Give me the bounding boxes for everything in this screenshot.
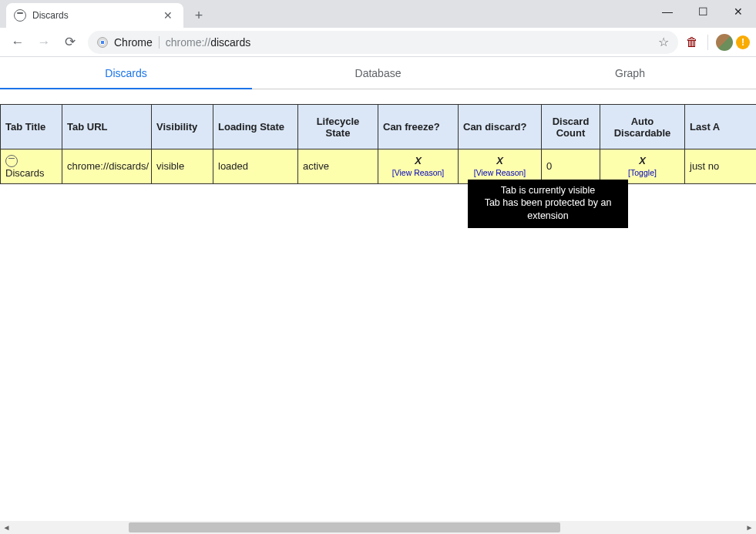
cell-last-active: just no [685,149,757,184]
cell-tab-url: chrome://discards/ [62,149,152,184]
maximize-button[interactable]: ☐ [685,0,721,23]
bookmark-star-icon[interactable]: ☆ [658,35,669,49]
chrome-icon [97,37,108,48]
omnibox-origin-label: Chrome [114,36,153,49]
cell-lifecycle-state: active [298,149,378,184]
minimize-button[interactable]: — [650,0,685,23]
col-last-active[interactable]: Last A [685,105,757,149]
discards-table: te ement ore Tab Title Tab URL Visibilit… [0,104,756,184]
reason-tooltip: Tab is currently visible Tab has been pr… [468,180,628,228]
cell-can-discard: X [View Reason] [459,149,542,184]
cell-tab-title: Discards [1,149,62,184]
browser-tab[interactable]: Discards ✕ [6,3,183,28]
globe-icon [5,155,18,167]
col-visibility[interactable]: Visibility [152,105,213,149]
col-tab-url[interactable]: Tab URL [62,105,152,149]
toolbar: ← → ⟳ Chrome chrome://discards ☆ 🗑 ! [0,28,756,57]
toolbar-separator [707,35,708,50]
col-lifecycle-state[interactable]: Lifecycle State [298,105,378,149]
reload-button[interactable]: ⟳ [59,31,82,54]
browser-tab-title: Discards [32,10,154,21]
scroll-right-arrow-icon[interactable]: ► [743,521,756,534]
col-can-freeze[interactable]: Can freeze? [378,105,459,149]
view-reason-link[interactable]: [View Reason] [474,168,526,177]
cell-visibility: visible [152,149,213,184]
col-discard-count[interactable]: Discard Count [542,105,600,149]
col-tab-title[interactable]: Tab Title [1,105,62,149]
can-freeze-value: X [383,155,453,166]
cell-discard-count: 0 [542,149,600,184]
discard-tab-now-link[interactable]: ab now] [0,89,756,104]
globe-icon [14,9,26,22]
window-controls: — ☐ ✕ [650,0,756,23]
omnibox[interactable]: Chrome chrome://discards ☆ [88,31,678,54]
titlebar: Discards ✕ + — ☐ ✕ [0,0,756,28]
table-header-row: te ement ore Tab Title Tab URL Visibilit… [0,105,756,149]
col-can-discard[interactable]: Can discard? [459,105,542,149]
col-loading-state[interactable]: Loading State [213,105,298,149]
horizontal-scrollbar[interactable]: ◄ ► [0,521,756,534]
tab-graph[interactable]: Graph [504,57,756,89]
scroll-thumb[interactable] [129,522,560,532]
cell-auto-discardable: X [Toggle] [600,149,685,184]
new-tab-button[interactable]: + [188,5,210,26]
auto-discardable-value: X [605,155,680,166]
col-auto-discardable[interactable]: Auto Discardable [600,105,685,149]
alert-badge-icon[interactable]: ! [736,35,750,49]
toggle-link[interactable]: [Toggle] [628,168,657,177]
omnibox-url: chrome://discards [166,36,652,49]
cell-loading-state: loaded [213,149,298,184]
can-discard-value: X [463,155,536,166]
scroll-left-arrow-icon[interactable]: ◄ [0,521,13,534]
close-window-button[interactable]: ✕ [721,0,756,23]
tooltip-line: Tab is currently visible [475,184,620,196]
tab-discards[interactable]: Discards [0,57,252,89]
back-button[interactable]: ← [6,31,29,54]
close-icon[interactable]: ✕ [160,9,176,22]
content-area: ab now] te ement o [0,89,756,521]
table-row: Discards chrome://discards/ visible load… [0,149,756,184]
cell-can-freeze: X [View Reason] [378,149,459,184]
page-tabs: Discards Database Graph [0,57,756,89]
tab-database[interactable]: Database [252,57,504,89]
omnibox-separator [159,36,160,49]
scroll-track[interactable] [13,521,743,534]
avatar[interactable] [716,34,733,51]
forward-button: → [32,31,55,54]
extension-suspender-icon[interactable]: 🗑 [684,35,700,50]
view-reason-link[interactable]: [View Reason] [392,168,445,177]
tooltip-line: Tab has been protected by an extension [475,196,620,222]
